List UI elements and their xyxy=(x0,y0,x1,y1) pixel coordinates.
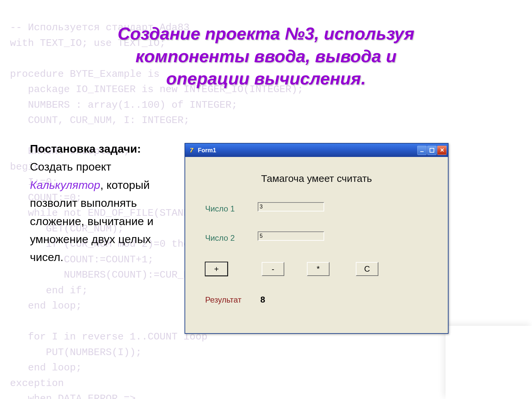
clear-button[interactable]: С xyxy=(356,262,378,276)
task-emphasis: Калькулятор xyxy=(30,179,100,191)
window-title: Form1 xyxy=(198,147,417,154)
minus-button[interactable]: - xyxy=(262,262,284,276)
result-value: 8 xyxy=(260,295,265,305)
task-heading: Постановка задачи: xyxy=(30,142,141,155)
slide-title-line1: Создание проекта №3, используя xyxy=(118,24,415,43)
titlebar[interactable]: 7 Form1 ✕ xyxy=(185,144,448,157)
minimize-icon xyxy=(420,151,424,152)
task-line1: Создать проект xyxy=(30,160,111,173)
app-heading: Тамагоча умеет считать xyxy=(185,173,448,184)
task-line2: , который позволит выполнять сложение, в… xyxy=(30,179,153,264)
close-button[interactable]: ✕ xyxy=(437,146,447,155)
slide-title-line3: операции вычисления. xyxy=(166,69,366,88)
form1-window: 7 Form1 ✕ Тамагоча умеет считать Число 1… xyxy=(185,143,449,334)
form-body: Тамагоча умеет считать Число 1 Число 2 +… xyxy=(185,157,448,333)
result-label: Результат xyxy=(205,295,241,305)
plus-button[interactable]: + xyxy=(205,262,228,276)
task-block: Постановка задачи: Создать проект Кальку… xyxy=(30,140,173,266)
minimize-button[interactable] xyxy=(417,146,427,155)
window-buttons: ✕ xyxy=(417,146,447,155)
num1-input[interactable] xyxy=(258,202,324,211)
multiply-button[interactable]: * xyxy=(307,262,330,276)
num2-input[interactable] xyxy=(258,231,324,241)
slide-title-line2: компоненты ввода, вывода и xyxy=(135,47,396,66)
slide-title: Создание проекта №3, используя компонент… xyxy=(0,23,532,90)
maximize-button[interactable] xyxy=(427,146,437,155)
corner-fold-decor xyxy=(446,326,532,399)
num2-label: Число 2 xyxy=(205,233,235,243)
maximize-icon xyxy=(430,148,434,153)
delphi-icon: 7 xyxy=(188,147,195,154)
num1-label: Число 1 xyxy=(205,204,235,213)
close-icon: ✕ xyxy=(440,148,444,153)
